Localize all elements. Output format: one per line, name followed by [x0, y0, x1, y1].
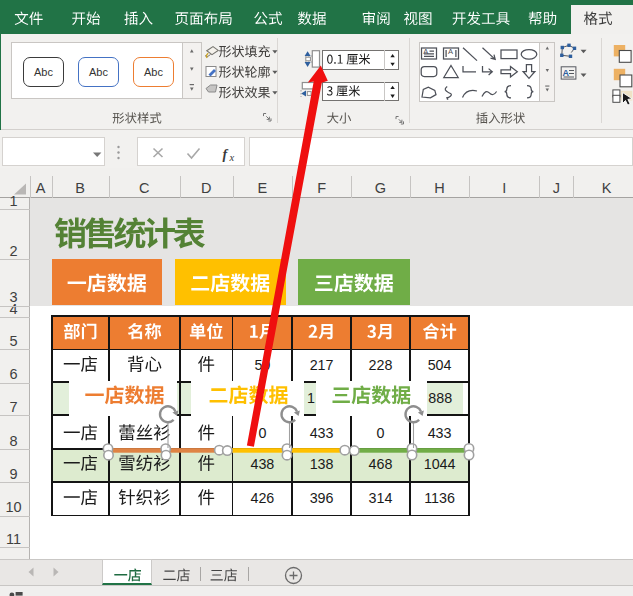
svg-text:f: f [223, 147, 229, 162]
svg-text:A: A [423, 47, 428, 56]
svg-text:A: A [448, 47, 453, 56]
svg-text:A: A [563, 68, 570, 78]
svg-text:x: x [229, 152, 235, 163]
